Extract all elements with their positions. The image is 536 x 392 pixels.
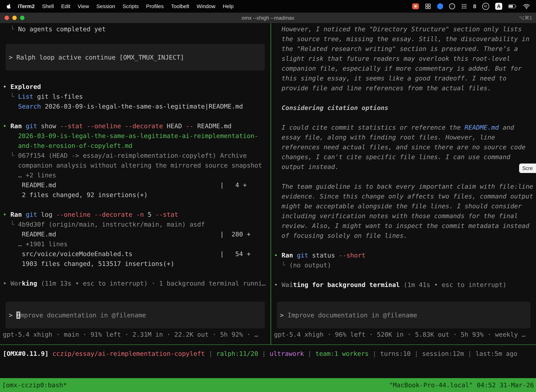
terminal-pane-left[interactable]: └ No agents completed yet > Ralph loop a… <box>0 23 270 344</box>
terminal-line <box>274 270 533 280</box>
zoom-button[interactable] <box>20 16 24 20</box>
terminal-line: README.md | 280 + <box>3 229 268 239</box>
terminal-line <box>274 93 533 103</box>
apple-logo-icon <box>6 2 11 10</box>
terminal-line: this single essay, it seems like a good … <box>274 73 533 83</box>
traffic-lights <box>0 16 24 20</box>
session-status-left: gpt-5.4 xhigh · main · 91% left · 2.31M … <box>3 330 268 340</box>
terminal-line: including verification notes with those … <box>274 211 533 221</box>
desktop: { "colors": { "terminal_bg": "#0f0f0f", … <box>0 0 536 392</box>
terminal-window: └ No agents completed yet > Ralph loop a… <box>0 23 536 378</box>
terminal-line: 2 files changed, 92 insertions(+) <box>3 190 268 200</box>
terminal-line: the "Related research writing" section i… <box>274 44 533 54</box>
menu-item-edit[interactable]: Edit <box>57 3 74 9</box>
terminal-line <box>3 200 268 210</box>
screen-share-tab[interactable]: Scre <box>519 163 536 173</box>
terminal-line: 2026-03-09-is-legal-the-same-as-legitima… <box>3 131 268 141</box>
window-title: omx --xhigh --madmax <box>0 15 536 21</box>
minimize-button[interactable] <box>12 16 17 20</box>
terminal-line: └ List git ls-files <box>3 92 268 102</box>
terminal-line <box>274 113 533 123</box>
menu-item-iterm2[interactable]: iTerm2 <box>14 3 38 9</box>
dark-app-icon[interactable] <box>449 3 455 9</box>
terminal-line <box>3 34 268 44</box>
tmux-panes: └ No agents completed yet > Ralph loop a… <box>0 23 536 345</box>
terminal-line: However, I noticed the "Directory Struct… <box>274 24 533 34</box>
menu-item-window[interactable]: Window <box>193 3 219 9</box>
menu-item-help[interactable]: Help <box>219 3 237 9</box>
terminal-line: Considering citation options <box>274 103 533 113</box>
terminal-line: The team guideline is to back every impo… <box>274 182 533 191</box>
menu-item-scripts[interactable]: Scripts <box>119 3 143 9</box>
terminal-line: evidence. Since this change only affects… <box>274 191 533 201</box>
terminal-line: companion analysis without altering the … <box>3 160 268 170</box>
terminal-line: companion file, especially if more comme… <box>274 64 533 73</box>
terminal-line: └ (no output) <box>274 260 533 270</box>
terminal-line: • Waiting for background terminal (1m 41… <box>274 280 533 290</box>
close-button[interactable] <box>5 16 9 20</box>
window-shortcut-badge: ⌥⌘1 <box>519 15 536 21</box>
menu-item-view[interactable]: View <box>74 3 93 9</box>
left-pane-top-lines: └ No agents completed yet <box>3 24 268 44</box>
terminal-line: changes, I can't cite specific file line… <box>274 152 533 162</box>
terminal-line: … +1901 lines <box>3 239 268 249</box>
menu-item-toolbelt[interactable]: Toolbelt <box>168 3 193 9</box>
terminal-line: Search 2026-03-09-is-legal-the-same-as-l… <box>3 102 268 111</box>
terminal-line: might be acceptable alongside the file l… <box>274 201 533 211</box>
terminal-line: • Ran git log --oneline --decorate -n 5 … <box>3 210 268 219</box>
terminal-line: essay file, along with finding root file… <box>274 132 533 142</box>
battery-icon[interactable] <box>508 2 517 10</box>
terminal-line: • Ran git show --stat --oneline --decora… <box>3 121 268 131</box>
screen-record-indicator-icon[interactable] <box>412 3 419 9</box>
prompt-input-left[interactable]: > Improve documentation in @filename <box>6 302 265 328</box>
input-source-icon[interactable]: A <box>495 3 502 10</box>
terminal-line: output instead. <box>274 162 533 172</box>
menu-item-profiles[interactable]: Profiles <box>142 3 167 9</box>
right-pane-lines: However, I noticed the "Directory Struct… <box>274 24 533 290</box>
terminal-line: └ 067f154 (HEAD -> essay/ai-reimplementa… <box>3 151 268 160</box>
terminal-line: README.md | 4 + <box>3 180 268 190</box>
app-badge-8-icon[interactable]: 8 <box>473 2 476 10</box>
menu-bar: iTerm2 Shell Edit View Session Scripts P… <box>0 0 536 13</box>
blue-app-icon[interactable] <box>437 3 443 9</box>
inject-banner: > Ralph loop active continue [OMX_TMUX_I… <box>6 44 265 71</box>
terminal-line: review. Also, I might want to inspect th… <box>274 221 533 231</box>
terminal-line: src/voice/voiceModeEnabled.ts | 54 + <box>3 249 268 259</box>
terminal-line: provide file and line references from th… <box>274 83 533 93</box>
terminal-line: references need actual files, and since … <box>274 142 533 152</box>
terminal-pane-right[interactable]: However, I noticed the "Directory Struct… <box>271 23 536 344</box>
terminal-line: and-the-erosion-of-copyleft.md <box>3 141 268 151</box>
omx-status-line: [OMX#0.11.9] cczip/essay/ai-reimplementa… <box>3 349 536 359</box>
menu-item-session[interactable]: Session <box>93 3 119 9</box>
dots-grid-icon[interactable] <box>461 2 467 10</box>
wifi-icon[interactable] <box>523 2 530 10</box>
terminal-line: … +2 lines <box>3 170 268 180</box>
terminal-line <box>274 172 533 182</box>
prompt-input-right[interactable]: > Improve documentation in @filename <box>277 302 530 328</box>
left-pane-lines: • Explored └ List git ls-files Search 20… <box>3 82 268 288</box>
screen-share-tab-label: Scre <box>522 165 533 171</box>
terminal-line: • Working (11m 13s • esc to interrupt) ·… <box>3 279 268 288</box>
terminal-line <box>3 269 268 279</box>
tmux-host-clock: "MacBook-Pro-44.local" 04:52 31-Mar-26 <box>389 382 534 389</box>
terminal-line: of focusing solely on file lines. <box>274 231 533 241</box>
terminal-line: └ 4b9d30f (origin/main, instructkr/main,… <box>3 219 268 229</box>
menu-item-shell[interactable]: Shell <box>38 3 57 9</box>
gauge-61-icon[interactable]: 61 <box>482 3 489 10</box>
apple-menu[interactable] <box>5 2 14 10</box>
window-grid-icon[interactable] <box>425 2 431 10</box>
menu-bar-status-icons: 8 61 A <box>412 2 531 10</box>
terminal-line: I could cite commit statistics or refere… <box>274 123 533 132</box>
terminal-line: • Explored <box>3 82 268 92</box>
window-title-bar: omx --xhigh --madmax ⌥⌘1 <box>0 13 536 23</box>
terminal-line: the source tree, missing the essay. Stil… <box>274 34 533 44</box>
session-status-right: gpt-5.4 xhigh · 96% left · 520K in · 5.8… <box>274 330 533 340</box>
terminal-line: slight risk that future readers may over… <box>274 54 533 64</box>
tmux-status-bar: [omx-cczip0:bash* "MacBook-Pro-44.local"… <box>0 378 536 392</box>
terminal-line: • Ran git status --short <box>274 250 533 260</box>
terminal-line <box>3 111 268 121</box>
terminal-line: 1903 files changed, 513517 insertions(+) <box>3 259 268 269</box>
terminal-line: └ No agents completed yet <box>3 24 268 34</box>
terminal-line <box>274 241 533 250</box>
tmux-session-label: [omx-cczip0:bash* <box>2 382 67 389</box>
